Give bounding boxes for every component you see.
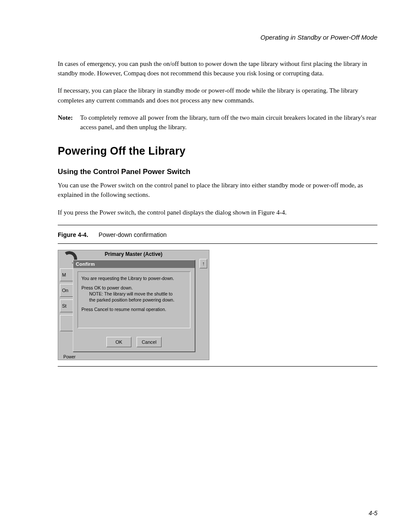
note-block: Note: To completely remove all power fro… xyxy=(58,113,377,132)
figure-rule-mid xyxy=(58,243,377,244)
figure-title: Power-down confirmation xyxy=(99,231,167,238)
library-panel-window: Primary Master (Active) ↑ M On St Power … xyxy=(58,250,209,360)
paragraph-dialog-ref: If you press the Power switch, the contr… xyxy=(58,208,377,217)
dialog-note-2: the parked position before powering down… xyxy=(81,297,187,303)
running-head-text: Operating in Standby or Power-Off Mode xyxy=(260,34,377,41)
paragraph-emergency: In cases of emergency, you can push the … xyxy=(58,59,377,78)
dialog-title-text: Confirm xyxy=(76,261,95,267)
page-number: 4-5 xyxy=(369,510,377,516)
dialog-note-1: NOTE: The library will move the shuttle … xyxy=(81,291,187,297)
figure-rule-bottom xyxy=(58,366,377,367)
dialog-message-box: You are requesting the Library to power-… xyxy=(78,271,190,328)
dialog-line-2: Press OK to power down. xyxy=(81,285,187,291)
running-head: Operating in Standby or Power-Off Mode xyxy=(58,34,377,41)
window-title: Primary Master (Active) xyxy=(58,251,209,257)
dialog-line-3: Press Cancel to resume normal operation. xyxy=(81,306,187,312)
dialog-button-row: OK Cancel xyxy=(73,337,195,347)
figure-rule-top xyxy=(58,225,377,225)
note-text: To completely remove all power from the … xyxy=(80,113,377,132)
paragraph-power-switch-modes: You can use the Power switch on the cont… xyxy=(58,180,377,199)
note-label: Note: xyxy=(58,113,80,132)
power-label: Power xyxy=(63,355,75,359)
page-container: Operating in Standby or Power-Off Mode I… xyxy=(0,0,411,532)
figure-area: Primary Master (Active) ↑ M On St Power … xyxy=(58,246,377,364)
figure-caption: Figure 4-4. Power-down confirmation xyxy=(58,227,377,242)
cancel-button[interactable]: Cancel xyxy=(137,337,162,347)
confirm-dialog: Confirm You are requesting the Library t… xyxy=(73,260,195,352)
paragraph-standby-info: If necessary, you can place the library … xyxy=(58,86,377,105)
ok-button[interactable]: OK xyxy=(106,337,131,347)
dialog-titlebar: Confirm xyxy=(73,260,195,268)
scroll-up-button[interactable]: ↑ xyxy=(199,259,207,268)
heading-powering-off: Powering Off the Library xyxy=(58,145,377,157)
figure-label: Figure 4-4. xyxy=(58,231,88,238)
dialog-line-1: You are requesting the Library to power-… xyxy=(81,275,187,281)
heading-control-panel-switch: Using the Control Panel Power Switch xyxy=(58,168,377,176)
arrow-up-icon: ↑ xyxy=(202,261,205,267)
